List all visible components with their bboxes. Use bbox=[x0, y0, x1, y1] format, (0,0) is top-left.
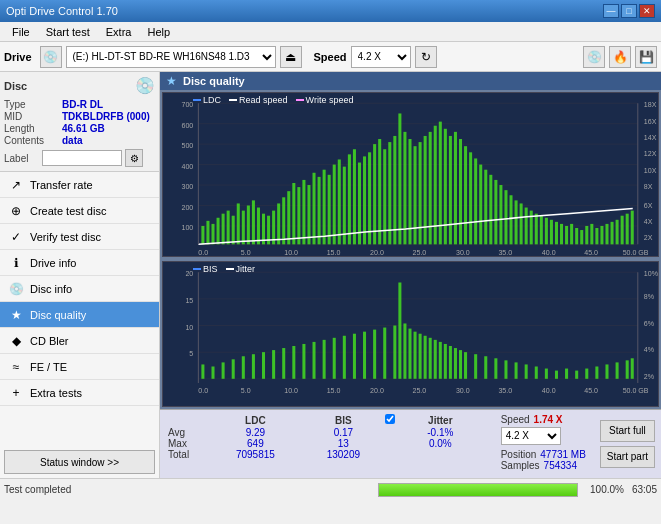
jitter-total bbox=[396, 449, 485, 460]
sidebar-item-label: Transfer rate bbox=[30, 179, 93, 191]
svg-text:25.0: 25.0 bbox=[413, 387, 427, 395]
maximize-button[interactable]: □ bbox=[621, 4, 637, 18]
menu-file[interactable]: File bbox=[4, 24, 38, 40]
sidebar-item-disc-info[interactable]: 💿 Disc info bbox=[0, 276, 159, 302]
sidebar-item-extra-tests[interactable]: + Extra tests bbox=[0, 380, 159, 406]
svg-text:0.0: 0.0 bbox=[198, 387, 208, 395]
svg-rect-61 bbox=[333, 164, 336, 244]
chart1-legend: LDC Read speed Write speed bbox=[193, 95, 353, 105]
svg-text:500: 500 bbox=[182, 142, 194, 150]
start-part-button[interactable]: Start part bbox=[600, 446, 655, 468]
svg-rect-84 bbox=[449, 136, 452, 244]
svg-rect-117 bbox=[616, 220, 619, 245]
disc-type-row: Type BD-R DL bbox=[4, 99, 155, 110]
svg-rect-113 bbox=[595, 228, 598, 244]
svg-rect-166 bbox=[383, 328, 386, 379]
svg-rect-87 bbox=[464, 146, 467, 244]
content-area: ★ Disc quality LDC Read speed bbox=[160, 72, 661, 478]
content-header-icon: ★ bbox=[166, 74, 177, 88]
svg-rect-157 bbox=[292, 346, 295, 379]
samples-label: Samples bbox=[501, 460, 540, 471]
svg-rect-63 bbox=[343, 166, 346, 244]
svg-rect-43 bbox=[242, 210, 245, 244]
speed-selector[interactable]: 4.2 X bbox=[351, 46, 411, 68]
disc-contents-label: Contents bbox=[4, 135, 62, 146]
window-controls[interactable]: — □ ✕ bbox=[603, 4, 655, 18]
svg-rect-110 bbox=[580, 230, 583, 244]
drive-info-icon: ℹ bbox=[8, 255, 24, 271]
disc-label-input[interactable] bbox=[42, 150, 122, 166]
eject-button[interactable]: ⏏ bbox=[280, 46, 302, 68]
svg-rect-105 bbox=[555, 222, 558, 244]
save-button[interactable]: 💾 bbox=[635, 46, 657, 68]
drive-icon-button[interactable]: 💿 bbox=[40, 46, 62, 68]
svg-rect-103 bbox=[545, 217, 548, 244]
legend-bis: BIS bbox=[193, 264, 218, 274]
speed-select[interactable]: 4.2 X bbox=[501, 427, 561, 445]
svg-rect-162 bbox=[343, 336, 346, 379]
burn-button[interactable]: 🔥 bbox=[609, 46, 631, 68]
col-jitter: Jitter bbox=[396, 414, 485, 427]
svg-rect-109 bbox=[575, 228, 578, 244]
svg-text:40.0: 40.0 bbox=[542, 248, 556, 256]
chart2-svg: 20 15 10 5 10% 8% 6% 4% 2% 0.0 5.0 10.0 … bbox=[163, 262, 658, 405]
legend-jitter: Jitter bbox=[226, 264, 256, 274]
sidebar-navigation: ↗ Transfer rate ⊕ Create test disc ✓ Ver… bbox=[0, 172, 159, 446]
svg-rect-72 bbox=[388, 142, 391, 244]
disc-label-row: Label ⚙ bbox=[4, 149, 155, 167]
svg-rect-149 bbox=[211, 367, 214, 379]
svg-rect-97 bbox=[515, 200, 518, 244]
svg-rect-120 bbox=[631, 210, 634, 244]
sidebar-item-disc-quality[interactable]: ★ Disc quality bbox=[0, 302, 159, 328]
svg-text:50.0 GB: 50.0 GB bbox=[623, 248, 649, 256]
sidebar-item-verify-test-disc[interactable]: ✓ Verify test disc bbox=[0, 224, 159, 250]
sidebar-item-cd-bler[interactable]: ◆ CD Bler bbox=[0, 328, 159, 354]
svg-rect-164 bbox=[363, 332, 366, 379]
svg-rect-190 bbox=[555, 371, 558, 379]
svg-rect-188 bbox=[535, 367, 538, 379]
svg-rect-192 bbox=[575, 371, 578, 379]
svg-text:10.0: 10.0 bbox=[284, 248, 298, 256]
start-buttons: Start full Start part bbox=[594, 410, 661, 478]
svg-rect-35 bbox=[201, 226, 204, 244]
drive-selector[interactable]: (E:) HL-DT-ST BD-RE WH16NS48 1.D3 bbox=[66, 46, 276, 68]
sidebar-item-create-test-disc[interactable]: ⊕ Create test disc bbox=[0, 198, 159, 224]
svg-text:4%: 4% bbox=[644, 346, 655, 354]
svg-text:10%: 10% bbox=[644, 271, 658, 279]
refresh-button[interactable]: ↻ bbox=[415, 46, 437, 68]
svg-rect-96 bbox=[510, 195, 513, 244]
close-button[interactable]: ✕ bbox=[639, 4, 655, 18]
svg-rect-70 bbox=[378, 139, 381, 244]
speed-value: 1.74 X bbox=[534, 414, 563, 425]
svg-rect-168 bbox=[398, 283, 401, 379]
svg-text:10.0: 10.0 bbox=[284, 387, 298, 395]
jitter-checkbox[interactable] bbox=[385, 414, 395, 424]
disc-button[interactable]: 💿 bbox=[583, 46, 605, 68]
menu-start-test[interactable]: Start test bbox=[38, 24, 98, 40]
menu-extra[interactable]: Extra bbox=[98, 24, 140, 40]
svg-rect-53 bbox=[292, 183, 295, 244]
svg-rect-54 bbox=[297, 187, 300, 244]
sidebar-item-label: CD Bler bbox=[30, 335, 69, 347]
svg-text:18X: 18X bbox=[644, 101, 657, 109]
minimize-button[interactable]: — bbox=[603, 4, 619, 18]
svg-rect-154 bbox=[262, 352, 265, 379]
sidebar-item-drive-info[interactable]: ℹ Drive info bbox=[0, 250, 159, 276]
svg-rect-80 bbox=[429, 132, 432, 244]
status-window-button[interactable]: Status window >> bbox=[4, 450, 155, 474]
sidebar-item-transfer-rate[interactable]: ↗ Transfer rate bbox=[0, 172, 159, 198]
start-full-button[interactable]: Start full bbox=[600, 420, 655, 442]
menu-help[interactable]: Help bbox=[139, 24, 178, 40]
svg-text:5.0: 5.0 bbox=[241, 387, 251, 395]
svg-rect-52 bbox=[287, 191, 290, 244]
svg-text:5: 5 bbox=[189, 351, 193, 359]
sidebar-item-fe-te[interactable]: ≈ FE / TE bbox=[0, 354, 159, 380]
disc-label-button[interactable]: ⚙ bbox=[125, 149, 143, 167]
svg-text:6%: 6% bbox=[644, 320, 655, 328]
toolbar: Drive 💿 (E:) HL-DT-ST BD-RE WH16NS48 1.D… bbox=[0, 42, 661, 72]
svg-rect-181 bbox=[464, 352, 467, 379]
bis-max: 13 bbox=[303, 438, 384, 449]
menu-bar: File Start test Extra Help bbox=[0, 22, 661, 42]
svg-rect-73 bbox=[393, 136, 396, 244]
chart2-legend: BIS Jitter bbox=[193, 264, 255, 274]
